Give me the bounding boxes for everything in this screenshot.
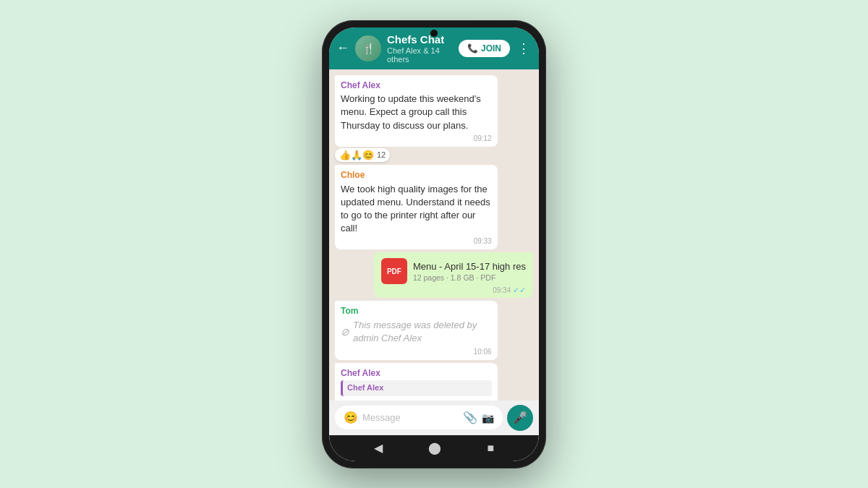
deleted-icon: ⊘: [341, 325, 349, 340]
sender-name-4: Tom: [341, 305, 492, 317]
emoji-button[interactable]: 😊: [344, 411, 358, 424]
nav-back-button[interactable]: ◀: [374, 441, 383, 455]
mic-button[interactable]: 🎤: [507, 405, 533, 431]
nav-recent-button[interactable]: ■: [488, 442, 495, 455]
msg-time-1: 09:12: [341, 134, 492, 144]
mic-icon: 🎤: [513, 411, 527, 424]
chat-body: Chef Alex Working to update this weekend…: [329, 69, 539, 401]
reaction-emojis-1: 👍🙏😊: [339, 150, 374, 160]
msg-text-1: Working to update this weekend's menu. E…: [341, 93, 492, 132]
double-tick-icon: ✓✓: [513, 286, 526, 294]
msg-text-2: We took high quality images for the upda…: [341, 183, 492, 236]
msg-text-5: @Tom Good question but put that in the P…: [341, 399, 492, 401]
message-row-3: PDF Menu - April 15-17 high res 12 pages…: [335, 252, 533, 298]
camera-icon[interactable]: 📷: [482, 412, 494, 424]
deleted-message: ⊘ This message was deleted by admin Chef…: [341, 319, 492, 345]
bubble-5: Chef Alex Chef Alex @Tom Good question b…: [335, 363, 498, 401]
msg-time-3: 09:34 ✓✓: [381, 286, 526, 295]
attach-icon[interactable]: 📎: [463, 411, 477, 424]
bubble-4: Tom ⊘ This message was deleted by admin …: [335, 301, 498, 359]
header-info: Chefs Chat Chef Alex & 14 others: [387, 33, 453, 64]
reply-quote: Chef Alex: [341, 380, 492, 395]
message-input-field[interactable]: 😊 Message 📎 📷: [335, 406, 503, 429]
reaction-count-1: 12: [377, 150, 386, 159]
sender-name-1: Chef Alex: [341, 80, 492, 92]
msg-time-2: 09:33: [341, 236, 492, 247]
phone-shell: ← 🍴 Chefs Chat Chef Alex & 14 others 📞 J…: [322, 20, 546, 468]
pdf-icon: PDF: [381, 258, 407, 284]
pdf-content: PDF Menu - April 15-17 high res 12 pages…: [381, 258, 526, 284]
reply-quote-sender: Chef Alex: [347, 383, 383, 392]
bubble-2: Chloe We took high quality images for th…: [335, 165, 498, 250]
nav-home-button[interactable]: ⬤: [428, 441, 441, 455]
avatar: 🍴: [355, 35, 381, 61]
sender-name-5: Chef Alex: [341, 367, 492, 380]
message-row-2: Chloe We took high quality images for th…: [335, 165, 533, 250]
back-button[interactable]: ←: [336, 40, 349, 56]
reactions-1: 👍🙏😊 12: [335, 148, 390, 162]
msg-time-4: 10:06: [341, 347, 492, 357]
pdf-info: Menu - April 15-17 high res 12 pages · 1…: [413, 261, 526, 282]
pdf-bubble: PDF Menu - April 15-17 high res 12 pages…: [374, 252, 533, 298]
more-options-icon[interactable]: ⋮: [516, 40, 532, 56]
pdf-title: Menu - April 15-17 high res: [413, 261, 526, 272]
group-name: Chefs Chat: [387, 33, 453, 46]
bottom-navigation: ◀ ⬤ ■: [329, 435, 539, 461]
at-mention: @Tom: [341, 400, 369, 401]
join-label: JOIN: [481, 43, 501, 53]
message-row-4: Tom ⊘ This message was deleted by admin …: [335, 301, 533, 359]
group-sub: Chef Alex & 14 others: [387, 46, 453, 64]
pdf-meta: 12 pages · 1.8 GB · PDF: [413, 273, 526, 282]
deleted-text: This message was deleted by admin Chef A…: [353, 319, 492, 345]
phone-icon: 📞: [467, 43, 478, 53]
join-button[interactable]: 📞 JOIN: [459, 40, 510, 57]
message-row-5: Chef Alex Chef Alex @Tom Good question b…: [335, 363, 533, 401]
sender-name-2: Chloe: [341, 169, 492, 181]
message-input-placeholder: Message: [362, 412, 459, 423]
avatar-image: 🍴: [355, 35, 381, 61]
phone-screen: ← 🍴 Chefs Chat Chef Alex & 14 others 📞 J…: [329, 27, 539, 461]
message-row-1: Chef Alex Working to update this weekend…: [335, 75, 533, 162]
bubble-1: Chef Alex Working to update this weekend…: [335, 75, 498, 147]
camera-notch: [430, 30, 438, 37]
input-bar: 😊 Message 📎 📷 🎤: [329, 401, 539, 435]
